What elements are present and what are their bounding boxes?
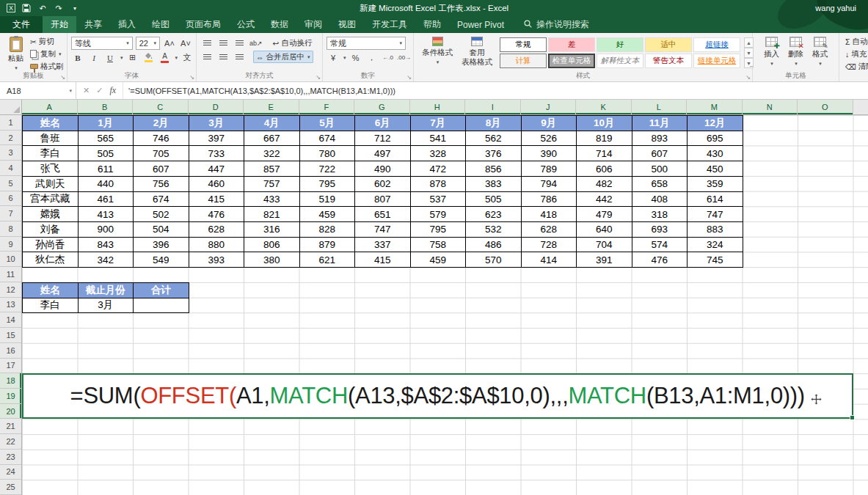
tab-数据[interactable]: 数据 <box>263 16 296 33</box>
name-box[interactable]: A18 ▾ <box>0 82 76 99</box>
dialog-launcher-icon[interactable]: ↘ <box>745 74 751 81</box>
data-cell[interactable]: 757 <box>244 177 300 192</box>
row-header-8[interactable]: 8 <box>0 221 21 237</box>
data-cell[interactable]: 461 <box>79 192 134 208</box>
increase-decimal-icon[interactable]: ←.0 <box>382 51 395 64</box>
data-cell[interactable]: 396 <box>134 238 189 253</box>
align-top-icon[interactable] <box>200 37 214 49</box>
data-cell[interactable]: 418 <box>522 207 577 222</box>
cell-style-警告文本[interactable]: 警告文本 <box>645 54 692 68</box>
data-cell[interactable]: 880 <box>189 238 245 253</box>
fill-button[interactable]: ↓填充▾ <box>843 48 868 60</box>
data-cell[interactable]: 324 <box>688 238 743 253</box>
data-cell[interactable]: 3月 <box>79 298 134 314</box>
tab-绘图[interactable]: 绘图 <box>144 16 178 33</box>
row-header-24[interactable]: 24 <box>0 465 21 480</box>
cell-style-超链接[interactable]: 超链接 <box>693 37 740 52</box>
header-cell[interactable]: 截止月份 <box>79 283 134 298</box>
cell-style-常规[interactable]: 常规 <box>500 37 547 52</box>
data-cell[interactable]: 728 <box>522 238 577 253</box>
data-cell[interactable]: 733 <box>189 146 245 161</box>
data-cell[interactable]: 李白 <box>23 146 79 161</box>
row-header-13[interactable]: 13 <box>0 298 21 313</box>
data-cell[interactable]: 628 <box>522 222 577 238</box>
row-header-25[interactable]: 25 <box>0 480 21 495</box>
data-cell[interactable]: 745 <box>688 252 743 268</box>
data-cell[interactable]: 607 <box>632 146 688 161</box>
tab-file[interactable]: 文件 <box>0 16 43 33</box>
cell-grid[interactable]: 姓名1月2月3月4月5月6月7月8月9月10月11月12月鲁班565746397… <box>22 115 868 495</box>
data-cell[interactable]: 322 <box>244 146 300 161</box>
header-cell[interactable]: 3月 <box>189 116 245 131</box>
dialog-launcher-icon[interactable]: ↘ <box>316 74 321 81</box>
data-cell[interactable]: 611 <box>79 161 134 177</box>
data-cell[interactable]: 490 <box>355 161 411 177</box>
tab-开始[interactable]: 开始 <box>43 16 76 33</box>
cell-style-计算[interactable]: 计算 <box>500 54 547 68</box>
formula-input[interactable]: '=SUM(OFFSET(A1,MATCH(A13,$A$2:$A$10,0),… <box>123 82 868 99</box>
column-header-H[interactable]: H <box>410 100 466 114</box>
data-cell[interactable]: 602 <box>355 177 411 192</box>
data-cell[interactable]: 828 <box>300 222 356 238</box>
data-cell[interactable]: 440 <box>79 177 134 192</box>
insert-function-icon[interactable]: fx <box>109 85 116 96</box>
row-header-10[interactable]: 10 <box>0 252 21 267</box>
row-header-9[interactable]: 9 <box>0 237 21 252</box>
cell-style-好[interactable]: 好 <box>597 37 643 52</box>
data-cell[interactable]: 857 <box>244 161 300 177</box>
tab-视图[interactable]: 视图 <box>330 16 364 33</box>
data-cell[interactable]: 883 <box>688 222 743 238</box>
data-cell[interactable]: 674 <box>300 131 356 147</box>
data-cell[interactable]: 795 <box>300 177 356 192</box>
merged-formula-cell[interactable]: =SUM(OFFSET(A1,MATCH(A13,$A$2:$A$10,0),,… <box>22 373 853 419</box>
merge-center-button[interactable]: ⇔合并后居中▾ <box>253 51 313 63</box>
column-header-D[interactable]: D <box>189 100 244 114</box>
data-cell[interactable]: 758 <box>411 238 467 253</box>
header-cell[interactable]: 9月 <box>522 116 577 131</box>
header-cell[interactable]: 7月 <box>411 116 467 131</box>
data-cell[interactable]: 武则天 <box>23 177 79 192</box>
data-cell[interactable]: 502 <box>134 207 189 222</box>
data-cell[interactable]: 614 <box>688 192 743 208</box>
data-cell[interactable]: 337 <box>355 238 411 253</box>
insert-cells-button[interactable]: ✚ 插入 ▾ <box>759 35 784 68</box>
data-cell[interactable]: 878 <box>411 177 467 192</box>
column-header-A[interactable]: A <box>22 100 78 114</box>
cell-style-适中[interactable]: 适中 <box>645 37 692 52</box>
data-cell[interactable]: 856 <box>466 161 522 177</box>
data-cell[interactable]: 786 <box>522 192 577 208</box>
data-cell[interactable]: 397 <box>189 131 245 147</box>
bold-icon[interactable]: B <box>71 51 84 64</box>
delete-cells-button[interactable]: ✕ 删除 ▾ <box>784 35 808 68</box>
header-cell[interactable]: 8月 <box>466 116 522 131</box>
data-cell[interactable]: 704 <box>577 238 632 253</box>
data-cell[interactable]: 747 <box>688 207 743 222</box>
data-cell[interactable]: 359 <box>688 177 743 192</box>
data-cell[interactable]: 712 <box>355 131 411 147</box>
tab-插入[interactable]: 插入 <box>110 16 144 33</box>
data-cell[interactable]: 380 <box>244 252 300 268</box>
data-cell[interactable]: 391 <box>577 252 632 268</box>
cell-style-链接单元格[interactable]: 链接单元格 <box>693 54 740 68</box>
header-cell[interactable]: 5月 <box>300 116 356 131</box>
data-cell[interactable]: 794 <box>522 177 577 192</box>
cell-style-解释性文本[interactable]: 解释性文本 <box>597 54 643 68</box>
data-cell[interactable]: 408 <box>632 192 688 208</box>
data-cell[interactable]: 806 <box>244 238 300 253</box>
data-cell[interactable]: 李白 <box>23 298 79 314</box>
data-cell[interactable]: 342 <box>79 252 134 268</box>
row-header-18[interactable]: 18 <box>0 373 21 389</box>
data-cell[interactable]: 695 <box>688 131 743 147</box>
data-cell[interactable]: 628 <box>189 222 245 238</box>
row-header-5[interactable]: 5 <box>0 176 21 191</box>
data-cell[interactable]: 780 <box>300 146 356 161</box>
data-cell[interactable]: 789 <box>522 161 577 177</box>
accounting-format-icon[interactable]: ¥ <box>327 51 340 64</box>
data-cell[interactable]: 667 <box>244 131 300 147</box>
row-header-1[interactable]: 1 <box>0 115 21 131</box>
data-cell[interactable]: 393 <box>189 252 245 268</box>
underline-icon[interactable]: U <box>103 51 117 64</box>
data-cell[interactable]: 316 <box>244 222 300 238</box>
row-header-11[interactable]: 11 <box>0 267 21 282</box>
data-cell[interactable]: 张飞 <box>23 161 79 177</box>
